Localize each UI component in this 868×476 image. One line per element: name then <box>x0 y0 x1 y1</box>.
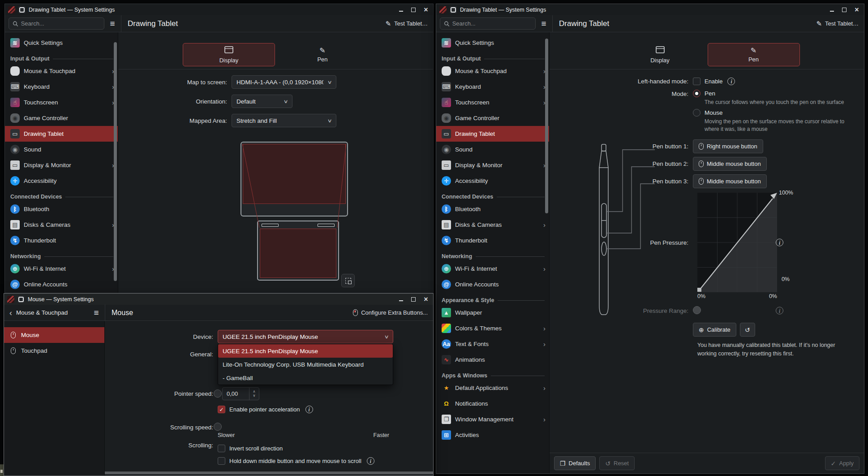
back-button[interactable]: ‹ Mouse & Touchpad <box>9 309 88 317</box>
info-icon[interactable] <box>727 78 735 85</box>
hamburger-menu-button[interactable]: ≡ <box>106 17 119 30</box>
sidebar-item[interactable]: ⌨ Keyboard <box>5 79 118 95</box>
pen-button-assignment[interactable]: Right mouse button <box>693 139 763 153</box>
search-field[interactable] <box>452 20 532 27</box>
sidebar-scrollbar[interactable] <box>114 42 117 281</box>
titlebar[interactable]: Drawing Tablet — System Settings × <box>5 4 433 15</box>
tab[interactable]: Display <box>183 43 275 66</box>
calibrate-button[interactable]: ⊕ Calibrate <box>693 323 736 337</box>
reset-button[interactable]: ↺ Reset <box>599 456 635 470</box>
info-icon[interactable] <box>305 406 313 413</box>
dropdown-option[interactable]: UGEE 21.5 inch PenDisplay Mouse <box>218 344 393 358</box>
sidebar-item[interactable]: Mouse & Touchpad <box>436 63 549 79</box>
maximize-button[interactable] <box>840 6 848 14</box>
pen-button-assignment[interactable]: Middle mouse button <box>693 174 767 188</box>
sidebar-item[interactable]: ▭ Drawing Tablet <box>5 126 118 142</box>
minimize-button[interactable] <box>397 6 405 14</box>
sidebar-item[interactable]: Colors & Themes <box>436 320 549 336</box>
sidebar-item[interactable]: @ Online Accounts <box>436 277 549 292</box>
minimize-button[interactable] <box>397 295 405 303</box>
search-input[interactable] <box>9 17 104 30</box>
sidebar-item[interactable]: ❐ Window Management <box>436 411 549 427</box>
sidebar-item[interactable]: ▲ Wallpaper <box>436 305 549 320</box>
sidebar-item[interactable]: ★ Default Applications <box>436 380 549 396</box>
titlebar[interactable]: Mouse — System Settings × <box>4 294 433 305</box>
titlebar[interactable]: Drawing Tablet — System Settings × <box>436 4 864 15</box>
close-button[interactable]: × <box>422 295 430 303</box>
dropdown-option[interactable]: Lite-On Technology Corp. USB Multimedia … <box>218 358 393 371</box>
left-handed-checkbox[interactable] <box>693 78 700 85</box>
test-tablet-button[interactable]: ✎ Test Tablet… <box>386 20 428 28</box>
info-icon[interactable] <box>776 239 783 247</box>
tab[interactable]: Display <box>614 43 706 66</box>
sidebar-item[interactable]: ⊞ Activities <box>436 427 549 443</box>
apply-button[interactable]: ✓ Apply <box>825 456 859 470</box>
sidebar-item[interactable]: ☝ Touchscreen <box>436 95 549 110</box>
sidebar-scrollbar[interactable] <box>545 39 548 213</box>
info-icon[interactable] <box>367 457 374 465</box>
tab[interactable]: ✎ Pen <box>708 43 800 66</box>
checkbox[interactable] <box>218 457 225 465</box>
sidebar-item[interactable]: Mouse <box>4 327 104 343</box>
configure-extra-buttons-button[interactable]: Configure Extra Buttons... <box>353 309 428 316</box>
slider-handle[interactable] <box>214 423 222 431</box>
maximize-button[interactable] <box>409 6 417 14</box>
sidebar-item[interactable]: ↯ Thunderbolt <box>436 233 549 248</box>
sidebar-item[interactable]: ⊕ Wi-Fi & Internet <box>436 261 549 277</box>
hamburger-menu-button[interactable]: ≡ <box>537 17 550 30</box>
sidebar-item[interactable]: ∿ Animations <box>436 352 549 368</box>
sidebar-item[interactable]: Ω Notifications <box>436 396 549 411</box>
test-tablet-button[interactable]: ✎ Test Tablet… <box>816 20 859 28</box>
info-icon[interactable] <box>776 307 783 315</box>
device-dropdown[interactable]: UGEE 21.5 inch PenDisplay Mouse <box>218 330 393 343</box>
fullscreen-preview-button[interactable] <box>341 274 355 287</box>
sidebar-item[interactable]: ◉ Sound <box>436 142 549 157</box>
sidebar-item[interactable]: ᛒ Bluetooth <box>5 201 118 217</box>
sidebar-item[interactable]: ☝ Touchscreen <box>5 95 118 110</box>
hamburger-menu-button[interactable]: ≡ <box>90 307 103 319</box>
sidebar-item[interactable]: ⌨ Keyboard <box>436 79 549 95</box>
sidebar-item[interactable]: ▭ Display & Monitor <box>436 157 549 173</box>
sidebar-item[interactable]: ◉ Game Controller <box>5 110 118 126</box>
spinbox-arrows[interactable]: ∧∨ <box>249 388 259 400</box>
defaults-button[interactable]: ❐ Defaults <box>554 456 596 470</box>
close-button[interactable]: × <box>422 6 430 14</box>
sidebar-item[interactable]: ▭ Drawing Tablet <box>436 126 549 142</box>
dropdown[interactable]: Stretch and Fill <box>232 114 336 127</box>
sidebar-item[interactable]: ▤ Disks & Cameras <box>436 217 549 233</box>
acceleration-checkbox[interactable] <box>218 406 225 413</box>
sidebar-item[interactable]: ✛ Accessibility <box>5 173 118 189</box>
minimize-button[interactable] <box>828 6 836 14</box>
pen-button-assignment[interactable]: Middle mouse button <box>693 157 767 171</box>
sidebar-item[interactable]: ⊕ Wi-Fi & Internet <box>5 261 118 277</box>
pointer-speed-spinbox[interactable]: 0,00 ∧∨ <box>222 387 259 400</box>
sidebar-item[interactable]: ▭ Display & Monitor <box>5 157 118 173</box>
maximize-button[interactable] <box>409 295 417 303</box>
sidebar-item[interactable]: ◉ Game Controller <box>436 110 549 126</box>
sidebar-item[interactable]: ≋ Quick Settings <box>436 35 549 51</box>
sidebar-item[interactable]: Aa Text & Fonts <box>436 336 549 352</box>
checkbox[interactable] <box>218 445 225 452</box>
reset-calibration-button[interactable]: ↺ <box>740 323 755 337</box>
sidebar-item[interactable]: @ Online Accounts <box>5 277 118 292</box>
sidebar-item[interactable]: ↯ Thunderbolt <box>5 233 118 248</box>
sidebar-item[interactable]: Touchpad <box>4 343 104 359</box>
search-input[interactable] <box>440 17 536 30</box>
sidebar-item[interactable]: ▤ Disks & Cameras <box>5 217 118 233</box>
dropdown[interactable]: HDMI-A-1-AAA - (0,0 1920×1080) <box>232 75 336 89</box>
search-field[interactable] <box>21 20 100 27</box>
tab[interactable]: ✎ Pen <box>276 43 369 66</box>
sidebar-item[interactable]: Mouse & Touchpad <box>5 63 118 79</box>
dropdown[interactable]: Default <box>232 95 292 108</box>
sidebar-item[interactable]: ≋ Quick Settings <box>5 35 118 51</box>
slider-handle[interactable] <box>693 306 701 314</box>
sidebar-item[interactable]: ◉ Sound <box>5 142 118 157</box>
close-button[interactable]: × <box>853 6 861 14</box>
slider-handle[interactable] <box>214 389 222 398</box>
dropdown-option[interactable]: - GameBall <box>218 371 393 385</box>
pressure-curve-chart[interactable]: 100% 0% 0% 0% <box>697 193 777 292</box>
sidebar-item[interactable]: ✛ Accessibility <box>436 173 549 189</box>
mode-radio[interactable] <box>693 90 700 97</box>
sidebar-item[interactable]: ᛒ Bluetooth <box>436 201 549 217</box>
mode-radio[interactable] <box>693 109 700 117</box>
